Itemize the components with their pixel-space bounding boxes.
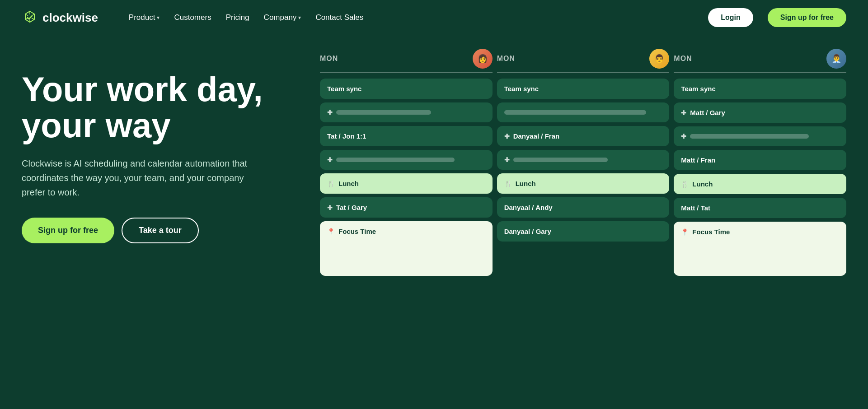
hero-section: Your work day, your way Clockwise is AI … xyxy=(22,44,293,243)
event-title: Matt / Gary xyxy=(690,109,725,116)
tour-button[interactable]: Take a tour xyxy=(122,218,199,243)
event-title: Lunch xyxy=(338,180,359,187)
event-title: Tat / Jon 1:1 xyxy=(327,132,366,140)
event-title: Matt / Fran xyxy=(681,156,715,164)
event-title: Focus Time xyxy=(692,228,730,236)
plus-icon: ✚ xyxy=(327,204,333,211)
skeleton-bar xyxy=(513,158,608,162)
skeleton-bar xyxy=(336,110,431,115)
skeleton-bar xyxy=(504,110,647,115)
nav-customers[interactable]: Customers xyxy=(169,9,216,26)
event-danyaal-gary[interactable]: Danyaal / Gary xyxy=(497,221,670,242)
main-content: Your work day, your way Clockwise is AI … xyxy=(0,35,868,276)
event-title: Danyaal / Fran xyxy=(513,132,560,140)
plus-icon: ✚ xyxy=(327,156,333,163)
pin-icon: 📍 xyxy=(681,228,689,236)
hero-description: Clockwise is AI scheduling and calendar … xyxy=(22,156,257,200)
event-skeleton-4: ✚ xyxy=(497,150,670,170)
hero-heading: Your work day, your way xyxy=(22,71,293,144)
event-title: Matt / Tat xyxy=(681,204,710,212)
pin-icon: 📍 xyxy=(327,228,335,235)
plus-icon: ✚ xyxy=(327,109,333,116)
event-title: Team sync xyxy=(504,85,539,93)
skeleton-bar xyxy=(690,134,808,139)
hero-buttons: Sign up for free Take a tour xyxy=(22,218,293,243)
plus-icon: ✚ xyxy=(504,133,510,140)
event-skeleton-1: ✚ xyxy=(320,102,493,122)
nav-company[interactable]: Company ▾ xyxy=(258,9,307,26)
event-title: Focus Time xyxy=(338,228,376,235)
event-matt-fran[interactable]: Matt / Fran xyxy=(674,150,846,170)
col-header-1: MON 👩 xyxy=(320,49,493,73)
calendar-col-3: MON 👨‍💼 Team sync ✚ Matt / Gary ✚ xyxy=(674,49,846,276)
col-header-2: MON 👨 xyxy=(497,49,670,73)
calendar-col-2: MON 👨 Team sync ✚ Danyaal / Fran xyxy=(497,49,670,276)
chevron-down-icon: ▾ xyxy=(157,14,160,21)
event-danyaal-fran[interactable]: ✚ Danyaal / Fran xyxy=(497,126,670,146)
event-danyaal-andy[interactable]: Danyaal / Andy xyxy=(497,197,670,218)
avatar-2-label: 👨 xyxy=(654,54,664,64)
logo-icon xyxy=(22,9,38,26)
navbar: clockwise Product ▾ Customers Pricing Co… xyxy=(0,0,868,35)
event-skeleton-2: ✚ xyxy=(320,150,493,170)
avatar-2: 👨 xyxy=(649,49,669,69)
event-lunch-3[interactable]: 🍴 Lunch xyxy=(674,174,846,194)
event-team-sync-1[interactable]: Team sync xyxy=(320,79,493,99)
calendar-col-1: MON 👩 Team sync ✚ Tat / Jon 1:1 xyxy=(320,49,493,276)
event-team-sync-3[interactable]: Team sync xyxy=(674,79,846,99)
event-title: Team sync xyxy=(327,85,361,93)
event-title: Lunch xyxy=(516,180,536,187)
logo-text: clockwise xyxy=(42,11,98,25)
plus-icon: ✚ xyxy=(681,133,686,140)
event-skeleton-3 xyxy=(497,102,670,122)
nav-product[interactable]: Product ▾ xyxy=(123,9,165,26)
col-day-2: MON xyxy=(497,55,515,63)
login-button[interactable]: Login xyxy=(708,8,753,27)
event-lunch-1[interactable]: 🍴 Lunch xyxy=(320,173,493,194)
signup-hero-button[interactable]: Sign up for free xyxy=(22,218,114,243)
event-team-sync-2[interactable]: Team sync xyxy=(497,79,670,99)
avatar-1-label: 👩 xyxy=(478,54,488,64)
event-title: Danyaal / Andy xyxy=(504,204,553,211)
event-skeleton-5: ✚ xyxy=(674,126,846,146)
event-lunch-2[interactable]: 🍴 Lunch xyxy=(497,173,670,194)
event-matt-tat[interactable]: Matt / Tat xyxy=(674,198,846,218)
event-tat-gary[interactable]: ✚ Tat / Gary xyxy=(320,197,493,218)
avatar-1: 👩 xyxy=(473,49,493,69)
nav-contact-sales[interactable]: Contact Sales xyxy=(310,9,369,26)
skeleton-bar xyxy=(336,158,455,162)
avatar-3: 👨‍💼 xyxy=(826,49,846,69)
chevron-down-icon: ▾ xyxy=(298,14,301,21)
event-title: Tat / Gary xyxy=(336,204,367,211)
lunch-icon: 🍴 xyxy=(681,181,689,188)
event-title: Danyaal / Gary xyxy=(504,228,551,235)
event-matt-gary[interactable]: ✚ Matt / Gary xyxy=(674,102,846,123)
plus-icon: ✚ xyxy=(504,156,510,163)
plus-icon: ✚ xyxy=(681,109,686,116)
col-day-1: MON xyxy=(320,55,338,63)
col-header-3: MON 👨‍💼 xyxy=(674,49,846,73)
event-title: Team sync xyxy=(681,85,715,93)
lunch-icon: 🍴 xyxy=(327,180,335,187)
event-focus-3[interactable]: 📍 Focus Time xyxy=(674,222,846,276)
nav-links: Product ▾ Customers Pricing Company ▾ Co… xyxy=(123,9,369,26)
event-tat-jon[interactable]: Tat / Jon 1:1 xyxy=(320,126,493,146)
signup-nav-button[interactable]: Sign up for free xyxy=(768,8,846,27)
avatar-3-label: 👨‍💼 xyxy=(831,54,841,64)
nav-pricing[interactable]: Pricing xyxy=(221,9,255,26)
logo[interactable]: clockwise xyxy=(22,9,98,26)
event-title: Lunch xyxy=(692,180,713,188)
event-focus-1[interactable]: 📍 Focus Time xyxy=(320,221,493,276)
lunch-icon: 🍴 xyxy=(504,180,512,187)
calendar-section: MON 👩 Team sync ✚ Tat / Jon 1:1 xyxy=(320,44,846,276)
col-day-3: MON xyxy=(674,55,692,63)
